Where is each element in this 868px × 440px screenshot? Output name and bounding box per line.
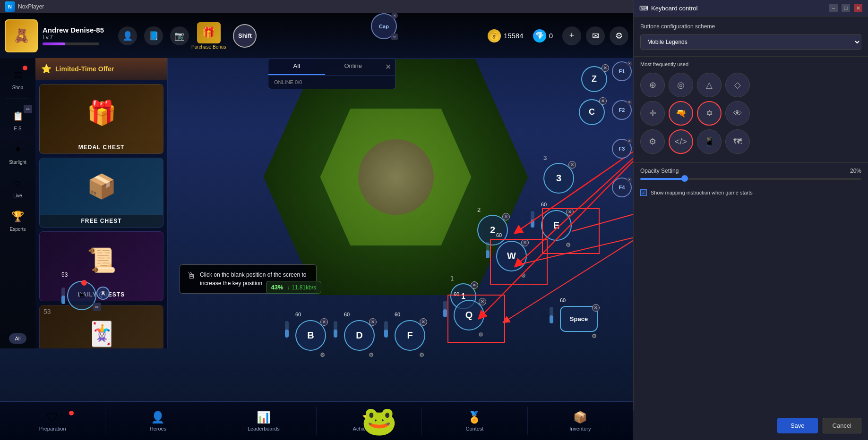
cap-close[interactable]: ✕ <box>391 12 398 19</box>
c-key-close[interactable]: ✕ <box>599 97 607 105</box>
edit-icon[interactable]: ✏ <box>24 105 32 113</box>
cap-edit[interactable]: ✏ <box>391 34 398 40</box>
player-edit-icon[interactable]: ✏ <box>93 303 101 311</box>
mapping-checkbox[interactable]: ✓ <box>640 189 647 196</box>
key-b-close[interactable]: ✕ <box>320 318 328 326</box>
c-key[interactable]: C ✕ <box>579 99 605 125</box>
key-d[interactable]: D ✕ ⚙ <box>344 320 375 351</box>
triangle-icon-btn[interactable]: △ <box>697 73 722 97</box>
key-b[interactable]: B ✕ ⚙ <box>295 320 326 351</box>
key-e-settings[interactable]: ⚙ <box>566 242 571 248</box>
key-f-settings[interactable]: ⚙ <box>419 352 424 358</box>
speed-network: ↓ 11.81kb/s <box>287 284 316 291</box>
nav-contest[interactable]: 🏅 Contest <box>422 407 527 435</box>
map-icon-btn[interactable]: 🗺 <box>725 129 750 154</box>
key2-close[interactable]: ✕ <box>502 213 510 220</box>
key-space-close[interactable]: ✕ <box>592 304 600 312</box>
mail-button[interactable]: ✉ <box>586 26 605 45</box>
key-d-close[interactable]: ✕ <box>369 318 377 326</box>
key-w[interactable]: W ✕ ⚙ <box>496 241 527 271</box>
f1-key[interactable]: F1 ✕ <box>612 61 632 81</box>
key-q-settings[interactable]: ⚙ <box>478 331 483 338</box>
tab-online[interactable]: Online <box>325 59 382 75</box>
key-w-close[interactable]: ✕ <box>521 239 529 246</box>
f4-close[interactable]: ✕ <box>627 177 632 183</box>
f4-key[interactable]: F4 ✕ <box>612 178 632 197</box>
panel-minimize[interactable]: – <box>829 4 838 12</box>
diamond-icon-btn[interactable]: ◇ <box>725 73 750 97</box>
inventory-icon: 📦 <box>573 411 587 424</box>
key-f[interactable]: F ✕ ⚙ <box>395 320 425 351</box>
instagram-icon[interactable]: 📷 <box>170 26 189 45</box>
key-w-slider[interactable] <box>486 242 490 258</box>
key-d-settings[interactable]: ⚙ <box>369 352 374 358</box>
friends-icon[interactable]: 👤 <box>118 26 137 45</box>
sidebar-item-live[interactable]: ○ Live <box>2 171 33 202</box>
cap-button[interactable]: Cap ✕ ✏ <box>371 13 397 39</box>
aim-icon-btn[interactable]: ◎ <box>669 73 693 97</box>
nav-preparation[interactable]: 🛡 Preparation <box>0 407 105 435</box>
f1-close[interactable]: ✕ <box>627 61 632 67</box>
store-item-medal[interactable]: 🎁 MEDAL CHEST <box>39 84 163 154</box>
panel-controls: – □ ✕ <box>829 4 862 12</box>
settings-button[interactable]: ⚙ <box>610 26 628 45</box>
purchase-bonus[interactable]: 🎁 Purchase Bonus <box>191 22 226 50</box>
key-space[interactable]: Space ✕ ⚙ <box>560 306 598 332</box>
icon-row-3: ⚙ </> 📱 🗺 <box>640 129 861 154</box>
key-b-slider[interactable] <box>285 321 289 338</box>
sidebar-item-shop[interactable]: ⚖ Shop <box>2 63 33 94</box>
z-key-close[interactable]: ✕ <box>602 64 609 72</box>
scheme-selector[interactable]: Mobile Legends <box>640 34 861 50</box>
key-q-close[interactable]: ✕ <box>479 298 486 305</box>
room-tabs-close[interactable]: ✕ <box>381 59 395 75</box>
key-space-slider[interactable] <box>550 307 553 323</box>
key-q[interactable]: Q ✕ ⚙ <box>454 300 484 330</box>
key-w-settings[interactable]: ⚙ <box>521 272 526 279</box>
key-d-slider[interactable] <box>334 321 337 338</box>
star-icon-btn[interactable]: ✡ <box>697 101 722 126</box>
eye-icon-btn[interactable]: 👁 <box>725 101 750 126</box>
sidebar-item-es[interactable]: 📋 E S ✏ <box>2 104 33 135</box>
key-b-settings[interactable]: ⚙ <box>320 352 325 358</box>
save-button[interactable]: Save <box>777 418 818 433</box>
key3-close[interactable]: ✕ <box>568 161 576 169</box>
coins-value: 15584 <box>504 32 524 40</box>
opacity-slider[interactable] <box>640 178 861 180</box>
key-f-close[interactable]: ✕ <box>420 318 427 326</box>
f3-close[interactable]: ✕ <box>627 138 632 144</box>
z-key[interactable]: Z ✕ <box>581 66 607 92</box>
sidebar-item-esports[interactable]: 🏆 Esports <box>2 204 33 236</box>
nav-inventory[interactable]: 📦 Inventory <box>528 407 633 435</box>
key3-circle[interactable]: 3 ✕ <box>543 163 574 194</box>
social-icon[interactable]: 📘 <box>144 26 163 45</box>
nav-leaderboards[interactable]: 📊 Leaderboards <box>211 407 317 435</box>
nav-heroes[interactable]: 👤 Heroes <box>105 407 211 435</box>
f3-key[interactable]: F3 ✕ <box>612 139 632 159</box>
key-q-slider[interactable] <box>443 301 447 317</box>
panel-restore[interactable]: □ <box>842 4 850 12</box>
tab-all[interactable]: All <box>268 59 325 75</box>
panel-close[interactable]: ✕ <box>854 4 862 12</box>
key-e-slider[interactable] <box>531 211 534 228</box>
f2-key[interactable]: F2 ✕ <box>612 100 632 120</box>
all-button[interactable]: All <box>9 333 26 344</box>
add-button[interactable]: + <box>562 26 581 45</box>
joystick-icon-btn[interactable]: ⊕ <box>640 73 665 97</box>
gear-icon-btn[interactable]: ⚙ <box>640 129 665 154</box>
key1-close[interactable]: ✕ <box>471 281 478 289</box>
key-e[interactable]: E ✕ ⚙ <box>541 210 572 241</box>
key-f-slider[interactable] <box>384 321 388 338</box>
key-e-close[interactable]: ✕ <box>566 208 574 216</box>
crosshair-icon-btn[interactable]: ✛ <box>640 101 665 126</box>
phone-icon-btn[interactable]: 📱 <box>697 129 722 154</box>
f2-close[interactable]: ✕ <box>627 100 632 105</box>
cancel-button[interactable]: Cancel <box>823 418 861 433</box>
player-x-button[interactable]: X <box>96 287 110 300</box>
code-icon-btn[interactable]: </> <box>669 129 693 154</box>
pistol-icon-btn[interactable]: 🔫 <box>669 101 693 126</box>
key-space-settings[interactable]: ⚙ <box>592 333 597 339</box>
shift-button[interactable]: Shift <box>233 24 257 48</box>
store-item-free[interactable]: 📦 FREE CHEST <box>39 158 163 228</box>
sidebar-item-starlight[interactable]: ✦ Starlight <box>2 137 33 169</box>
store-item-skin[interactable]: 53 🃏 Free Skin <box>39 305 163 348</box>
